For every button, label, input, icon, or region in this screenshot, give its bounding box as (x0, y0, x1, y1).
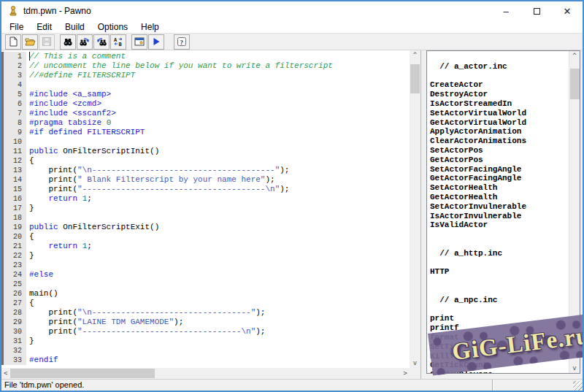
resize-grip[interactable] (573, 381, 583, 391)
menu-item-build[interactable]: Build (58, 21, 91, 33)
panel-item[interactable]: KillTimer (430, 352, 569, 361)
menu-item-help[interactable]: Help (134, 21, 166, 33)
code-line[interactable]: 12{ (1, 156, 410, 166)
panel-vertical-scrollbar[interactable]: ^ v (569, 51, 580, 373)
panel-item[interactable]: print (430, 314, 569, 323)
find-next-button[interactable] (77, 34, 93, 50)
pane-splitter[interactable] (421, 50, 426, 379)
panel-item[interactable]: CreateActor (430, 80, 569, 90)
open-file-button[interactable] (22, 34, 38, 50)
code-pane[interactable]: 1// This is a comment2// uncomment the l… (1, 50, 410, 365)
code-text: public OnFilterScriptInit() (26, 147, 159, 156)
code-text: //#define FILTERSCRIPT (26, 71, 135, 80)
panel-section-header[interactable]: // a_http.inc (430, 249, 569, 258)
menu-item-edit[interactable]: Edit (30, 21, 58, 33)
menu-item-options[interactable]: Options (91, 21, 134, 33)
code-line[interactable]: 18 (1, 213, 410, 223)
editor-vscroll-thumb[interactable] (410, 64, 420, 93)
code-line[interactable]: 3//#define FILTERSCRIPT (1, 71, 410, 80)
scroll-down-icon[interactable]: v (410, 360, 420, 366)
editor-horizontal-scrollbar[interactable]: < > (1, 368, 410, 379)
panel-item[interactable]: SetActorInvulnerable (430, 202, 569, 212)
editor-hscroll-thumb[interactable] (10, 369, 155, 378)
code-line[interactable]: 11public OnFilterScriptInit() (1, 147, 410, 156)
code-editor[interactable]: 1// This is a comment2// uncomment the l… (1, 50, 421, 379)
code-line[interactable]: 28 print("\n----------------------------… (1, 308, 410, 318)
panel-item[interactable]: GetActorHealth (430, 193, 569, 202)
scroll-right-icon[interactable]: > (404, 370, 407, 377)
code-line[interactable]: 14 print(" Blank Filterscript by your na… (1, 175, 410, 185)
panel-item[interactable]: IsActorInvulnerable (430, 212, 569, 221)
panel-item[interactable]: GetMaxPlayers (430, 370, 569, 373)
panel-item[interactable]: GetActorVirtualWorld (430, 118, 569, 128)
help-button[interactable]: ? (174, 34, 190, 50)
editor-vertical-scrollbar[interactable]: ^ v (410, 50, 420, 368)
panel-section-header[interactable]: // a_actor.inc (430, 62, 569, 72)
code-line[interactable]: 32 (1, 346, 410, 356)
line-number: 5 (4, 90, 26, 99)
code-line[interactable]: 15 print("------------------------------… (1, 185, 410, 194)
panel-item[interactable]: DestroyActor (430, 90, 569, 99)
scroll-up-icon[interactable]: ^ (569, 53, 580, 59)
code-line[interactable]: 20{ (1, 232, 410, 242)
code-line[interactable]: 30 print("------------------------------… (1, 327, 410, 337)
minimize-button[interactable]: – (491, 1, 521, 20)
panel-item[interactable]: SetActorPos (430, 146, 569, 155)
code-line[interactable]: 21 return 1; (1, 242, 410, 251)
code-line[interactable]: 23 (1, 261, 410, 270)
line-number: 26 (4, 289, 26, 299)
panel-item[interactable]: SetTimer (430, 342, 569, 352)
panel-item[interactable]: IsValidActor (430, 220, 569, 230)
compile-run-button[interactable] (148, 34, 164, 50)
new-file-button[interactable] (5, 34, 21, 50)
panel-item[interactable]: ClearActorAnimations (430, 137, 569, 146)
panel-vscroll-thumb[interactable] (570, 69, 580, 99)
panel-item[interactable]: SetActorHealth (430, 183, 569, 193)
menu-item-file[interactable]: File (3, 21, 30, 33)
code-line[interactable]: 7#include <sscanf2> (1, 109, 410, 118)
function-list[interactable]: // a_actor.inc CreateActorDestroyActorIs… (427, 51, 569, 373)
code-line[interactable]: 25 (1, 280, 410, 289)
window-options-button[interactable] (131, 34, 147, 50)
code-line[interactable]: 4 (1, 80, 410, 90)
code-line[interactable]: 27{ (1, 299, 410, 308)
close-button[interactable]: ✕ (552, 1, 583, 20)
code-line[interactable]: 33#endif (1, 356, 410, 365)
panel-section-header[interactable]: // a_npc.inc (430, 296, 569, 305)
code-line[interactable]: 1// This is a comment (1, 52, 410, 61)
code-line[interactable]: 16 return 1; (1, 194, 410, 204)
code-line[interactable]: 17} (1, 204, 410, 213)
panel-item[interactable]: IsActorStreamedIn (430, 99, 569, 109)
maximize-button[interactable] (521, 1, 552, 20)
panel-item[interactable]: printf (430, 323, 569, 333)
code-line[interactable]: 31} (1, 337, 410, 346)
code-line[interactable]: 22} (1, 251, 410, 261)
panel-item[interactable]: GetTickCount (430, 361, 569, 370)
panel-item[interactable]: HTTP (430, 267, 569, 277)
code-line[interactable]: 8#pragma tabsize 0 (1, 118, 410, 128)
code-line[interactable]: 10 (1, 137, 410, 147)
code-line[interactable]: 26main() (1, 289, 410, 299)
panel-item[interactable]: ApplyActorAnimation (430, 127, 569, 137)
panel-item[interactable]: GetActorFacingAngle (430, 174, 569, 183)
find-prev-button[interactable] (93, 34, 110, 50)
find-button[interactable] (60, 34, 76, 50)
code-line[interactable]: 5#include <a_samp> (1, 90, 410, 99)
panel-item[interactable]: GetActorPos (430, 155, 569, 165)
code-line[interactable]: 24#else (1, 270, 410, 280)
scroll-left-icon[interactable]: < (4, 370, 7, 377)
code-line[interactable]: 9#if defined FILTERSCRIPT (1, 128, 410, 137)
save-file-button[interactable] (39, 34, 55, 50)
code-line[interactable]: 6#include <zcmd> (1, 99, 410, 109)
code-scroll-area[interactable]: 1// This is a comment2// uncomment the l… (1, 50, 410, 368)
code-line[interactable]: 29 print("LAINE TDM GAMEMODE"); (1, 318, 410, 327)
panel-item[interactable]: format (430, 333, 569, 342)
panel-item[interactable]: SetActorFacingAngle (430, 165, 569, 174)
scroll-down-icon[interactable]: v (569, 365, 580, 372)
scroll-up-icon[interactable]: ^ (410, 52, 420, 58)
panel-item[interactable]: SetActorVirtualWorld (430, 109, 569, 118)
code-line[interactable]: 19public OnFilterScriptExit() (1, 223, 410, 232)
code-line[interactable]: 2// uncomment the line below if you want… (1, 61, 410, 71)
code-line[interactable]: 13 print("\n----------------------------… (1, 166, 410, 175)
replace-button[interactable]: A B (110, 34, 126, 50)
